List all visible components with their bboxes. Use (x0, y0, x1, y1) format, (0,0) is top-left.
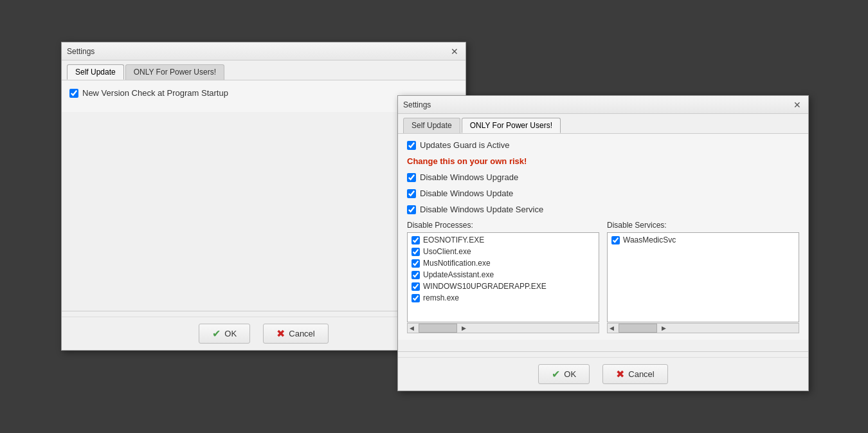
window-2-content: Updates Guard is Active Change this on y… (398, 134, 808, 340)
process-label-0: EOSNOTIFY.EXE (423, 235, 484, 244)
disable-update-checkbox[interactable] (407, 189, 416, 198)
processes-listbox[interactable]: EOSNOTIFY.EXE UsoClient.exe MusNotificat… (407, 232, 599, 322)
titlebar-2: Settings ✕ (398, 96, 808, 114)
updates-guard-checkbox[interactable] (407, 141, 416, 150)
close-button-2[interactable]: ✕ (791, 99, 803, 111)
services-scrollbar-h[interactable]: ◀ ▶ (607, 323, 799, 333)
updates-guard-label: Updates Guard is Active (420, 140, 509, 150)
scroll-right-arrow[interactable]: ▶ (460, 325, 468, 331)
process-label-4: WINDOWS10UPGRADERAPP.EXE (423, 282, 547, 291)
scroll-thumb-services[interactable] (619, 324, 657, 333)
ok-label-2: OK (564, 369, 576, 379)
cancel-label-2: Cancel (628, 369, 654, 379)
disable-upgrade-row: Disable Windows Upgrade (407, 172, 799, 182)
cancel-label-1: Cancel (289, 329, 314, 338)
cancel-icon-2: ✖ (616, 368, 624, 380)
ok-icon-2: ✔ (552, 368, 560, 380)
services-label: Disable Services: (607, 221, 799, 230)
window-1-title: Settings (67, 47, 95, 56)
tab-power-users-1[interactable]: ONLY For Power Users! (125, 64, 224, 80)
processes-label: Disable Processes: (407, 221, 599, 230)
close-button-1[interactable]: ✕ (449, 46, 460, 57)
service-checkbox-0[interactable] (611, 236, 620, 244)
process-label-5: remsh.exe (423, 293, 459, 302)
process-checkbox-3[interactable] (411, 271, 420, 279)
new-version-check-checkbox[interactable] (69, 89, 78, 98)
desktop: Settings ✕ Self Update ONLY For Power Us… (0, 0, 868, 433)
updates-guard-row: Updates Guard is Active (407, 140, 799, 150)
cancel-button-2[interactable]: ✖ Cancel (602, 364, 667, 384)
tab-self-update-1[interactable]: Self Update (67, 64, 124, 80)
services-panel: Disable Services: WaasMedicSvc ◀ ▶ (607, 221, 799, 333)
list-item: MusNotification.exe (409, 257, 597, 269)
process-checkbox-4[interactable] (411, 282, 420, 291)
list-item: UsoClient.exe (409, 246, 597, 257)
processes-scrollbar-h[interactable]: ◀ ▶ (407, 323, 599, 333)
ok-label-1: OK (224, 329, 237, 338)
list-item: UpdateAssistant.exe (409, 269, 597, 281)
disable-update-service-label: Disable Windows Update Service (420, 205, 543, 214)
scroll-thumb-processes[interactable] (419, 324, 457, 333)
processes-panel: Disable Processes: EOSNOTIFY.EXE UsoClie… (407, 221, 599, 333)
disable-update-service-row: Disable Windows Update Service (407, 205, 799, 214)
processes-services-section: Disable Processes: EOSNOTIFY.EXE UsoClie… (407, 221, 799, 333)
titlebar-1: Settings ✕ (62, 42, 466, 60)
ok-button-1[interactable]: ✔ OK (199, 324, 250, 344)
process-label-2: MusNotification.exe (423, 259, 491, 268)
scroll-right-arrow-svc[interactable]: ▶ (660, 325, 668, 331)
process-checkbox-1[interactable] (411, 248, 420, 256)
process-label-1: UsoClient.exe (423, 247, 471, 256)
services-listbox[interactable]: WaasMedicSvc (607, 232, 799, 322)
disable-update-label: Disable Windows Update (420, 189, 513, 198)
process-checkbox-0[interactable] (411, 236, 420, 244)
window-2-title: Settings (403, 100, 431, 109)
tab-power-users-2[interactable]: ONLY For Power Users! (462, 118, 561, 133)
cancel-button-1[interactable]: ✖ Cancel (263, 324, 328, 344)
ok-icon-1: ✔ (212, 327, 221, 340)
new-version-check-label: New Version Check at Program Startup (82, 88, 228, 98)
footer-divider-2 (398, 351, 808, 352)
cancel-icon-1: ✖ (276, 327, 285, 340)
window-2-footer: ✔ OK ✖ Cancel (398, 357, 808, 391)
disable-upgrade-label: Disable Windows Upgrade (420, 172, 518, 182)
scroll-left-arrow-svc[interactable]: ◀ (608, 325, 616, 331)
scroll-left-arrow[interactable]: ◀ (408, 325, 416, 331)
tabs-bar-1: Self Update ONLY For Power Users! (62, 60, 466, 80)
list-item: EOSNOTIFY.EXE (409, 234, 597, 246)
process-checkbox-2[interactable] (411, 259, 420, 268)
list-item: remsh.exe (409, 292, 597, 304)
disable-update-service-checkbox[interactable] (407, 205, 416, 214)
settings-window-2: Settings ✕ Self Update ONLY For Power Us… (397, 95, 809, 391)
list-item: WaasMedicSvc (609, 234, 797, 246)
process-label-3: UpdateAssistant.exe (423, 270, 494, 279)
warning-text: Change this on your own risk! (407, 156, 799, 166)
service-label-0: WaasMedicSvc (623, 235, 676, 244)
tab-self-update-2[interactable]: Self Update (403, 118, 460, 133)
disable-upgrade-checkbox[interactable] (407, 173, 416, 182)
disable-update-row: Disable Windows Update (407, 189, 799, 198)
ok-button-2[interactable]: ✔ OK (538, 364, 590, 384)
tabs-bar-2: Self Update ONLY For Power Users! (398, 114, 808, 134)
list-item: WINDOWS10UPGRADERAPP.EXE (409, 281, 597, 292)
process-checkbox-5[interactable] (411, 294, 420, 302)
